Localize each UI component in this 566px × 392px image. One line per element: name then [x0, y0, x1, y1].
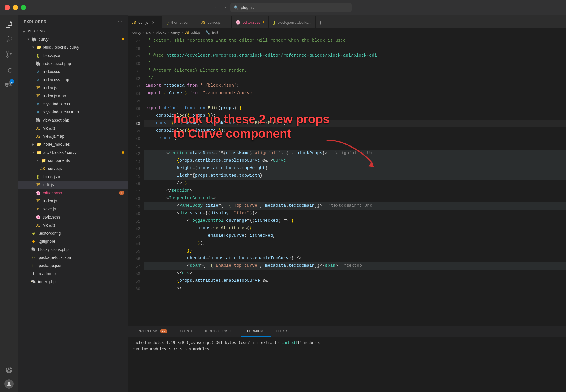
- sidebar-item-node-modules[interactable]: ▶ 📁 node_modules: [18, 140, 128, 148]
- sidebar-item-components[interactable]: ▼ 📁 components: [18, 156, 128, 165]
- tab-editor-scss[interactable]: 🌸 editor.scss 1: [232, 16, 269, 28]
- tab-theme-json[interactable]: {} theme.json: [162, 16, 197, 28]
- panel-tab-ports[interactable]: PORTS: [271, 326, 294, 337]
- panel-tabs: PROBLEMS 47 OUTPUT DEBUG CONSOLE TERMINA…: [128, 326, 566, 337]
- chevron-icon: ▶: [21, 29, 27, 34]
- sidebar-item-package-lock-json[interactable]: {} package-lock.json: [18, 253, 128, 262]
- sidebar-item-style-scss[interactable]: 🌸 style.scss: [18, 213, 128, 221]
- sidebar-item-index-php[interactable]: 🐘 index.php: [18, 278, 128, 286]
- activity-remote[interactable]: [2, 363, 16, 377]
- panel-tab-terminal[interactable]: TERMINAL: [241, 326, 271, 337]
- activity-source-control[interactable]: [2, 47, 16, 61]
- code-line-49: <PanelBody title={__("Top curve", metada…: [144, 202, 566, 210]
- activity-search[interactable]: [2, 32, 16, 46]
- sidebar-item-style-index-css[interactable]: # style-index.css: [18, 100, 128, 108]
- ln-28: 28: [128, 45, 140, 53]
- edit-js-icon: JS: [35, 182, 41, 188]
- ln-48: 48: [128, 195, 140, 203]
- activity-extensions[interactable]: 1: [2, 77, 16, 91]
- sidebar-item-src-blocks-curvy[interactable]: ▼ 📁 src / blocks / curvy: [18, 148, 128, 156]
- sidebar-item-index-css-map[interactable]: # index.css.map: [18, 76, 128, 84]
- ln-45: 45: [128, 173, 140, 180]
- ln-46: 46: [128, 180, 140, 188]
- back-arrow[interactable]: ←: [214, 5, 219, 11]
- activity-bottom: [2, 363, 16, 389]
- sidebar-item-curvy[interactable]: ▼ 🐘 curvy: [18, 35, 128, 43]
- activity-run[interactable]: [2, 62, 16, 76]
- code-line-57: <span>{__("Enable top curve", metadata.t…: [144, 262, 566, 270]
- activity-explorer[interactable]: [2, 17, 16, 31]
- tab-curve-js[interactable]: JS curve.js: [197, 16, 232, 28]
- sidebar-item-editorconfig[interactable]: ⚙ .editorconfig: [18, 229, 128, 237]
- code-line-31: * @return {Element} Element to render.: [144, 67, 566, 74]
- bc-sep2: ›: [153, 30, 154, 35]
- tab-theme-json-icon: {}: [166, 20, 169, 25]
- sidebar-item-editor-scss[interactable]: 🌸 editor.scss 1: [18, 189, 128, 197]
- panel-tab-output[interactable]: OUTPUT: [172, 326, 198, 337]
- ln-29: 29: [128, 53, 140, 60]
- tab-curve-js-icon: JS: [201, 20, 205, 25]
- sidebar-item-gitignore[interactable]: ◆ .gitignore: [18, 237, 128, 245]
- close-button[interactable]: [5, 5, 10, 10]
- minimize-button[interactable]: [13, 5, 18, 10]
- sidebar-item-readme-txt[interactable]: ℹ readme.txt: [18, 270, 128, 278]
- code-content[interactable]: * editor. This represents what the edito…: [144, 37, 566, 326]
- sidebar-actions[interactable]: ···: [118, 19, 122, 24]
- bc-edit-js[interactable]: edit.js: [191, 30, 201, 35]
- tab-curve-js-label: curve.js: [208, 20, 221, 25]
- bc-curvy[interactable]: curvy: [132, 30, 141, 35]
- tab-edit-js[interactable]: JS edit.js ✕: [128, 16, 162, 28]
- bc-curvy2[interactable]: curvy: [171, 30, 180, 35]
- sidebar-item-index-js[interactable]: JS index.js: [18, 84, 128, 92]
- sidebar-item-block-json-src[interactable]: {} block.json: [18, 173, 128, 181]
- panel-tab-debug[interactable]: DEBUG CONSOLE: [198, 326, 241, 337]
- sidebar-item-block-json[interactable]: {} block.json: [18, 51, 128, 59]
- bc-blocks[interactable]: blocks: [156, 30, 166, 35]
- tab-block-json-label: block.json .../build/...: [278, 20, 312, 25]
- maximize-button[interactable]: [21, 5, 26, 10]
- search-bar[interactable]: 🔍 plugins: [230, 3, 352, 12]
- block-json-label: block.json: [43, 53, 61, 58]
- avatar[interactable]: [4, 379, 14, 389]
- sidebar-item-package-json[interactable]: {} package.json: [18, 262, 128, 270]
- sidebar-item-index-asset-php[interactable]: 🐘 index.asset.php: [18, 59, 128, 68]
- json-icon: {}: [35, 53, 41, 58]
- code-line-46: /> }: [144, 180, 566, 187]
- sidebar-item-view-asset-php[interactable]: 🐘 view.asset.php: [18, 116, 128, 124]
- sidebar-item-edit-js[interactable]: JS edit.js: [18, 181, 128, 189]
- index-php-icon: 🐘: [31, 279, 36, 285]
- sidebar-item-view-js[interactable]: JS view.js: [18, 124, 128, 132]
- main-container: 1 EXPLORER ··· ▶ PLUGINS ▼ 🐘: [0, 15, 566, 392]
- sidebar-item-view-js-map[interactable]: JS view.js.map: [18, 132, 128, 140]
- sidebar-item-blockylicious-php[interactable]: 🐘 blockylicious.php: [18, 245, 128, 253]
- panel-tab-problems[interactable]: PROBLEMS 47: [132, 326, 172, 337]
- plugins-section[interactable]: ▶ PLUGINS: [18, 27, 128, 35]
- sidebar-item-curve-js[interactable]: JS curve.js: [18, 165, 128, 173]
- ln-60: 60: [128, 285, 140, 293]
- sidebar-item-index-css[interactable]: # index.css: [18, 68, 128, 76]
- sidebar-item-style-index-css-map[interactable]: # style-index.css.map: [18, 108, 128, 116]
- sidebar-item-index-js-map[interactable]: JS index.js.map: [18, 92, 128, 100]
- tab-block-json[interactable]: {} block.json .../build/...: [269, 16, 316, 28]
- bc-edit-fn[interactable]: Edit: [212, 30, 218, 35]
- chevron-down-src: ▼: [31, 150, 36, 155]
- code-line-58: </div>: [144, 270, 566, 277]
- forward-arrow[interactable]: →: [222, 5, 227, 11]
- blockylicious-label: blockylicious.php: [38, 247, 69, 252]
- gitignore-label: .gitignore: [39, 239, 55, 244]
- code-line-44: height={props.attributes.topHeight}: [144, 165, 566, 172]
- sidebar-item-save-js[interactable]: JS save.js: [18, 205, 128, 213]
- code-editor[interactable]: 27 28 29 30 31 32 33 34 35 36 37 38 39 4…: [128, 37, 566, 326]
- tab-extra[interactable]: {: [316, 16, 327, 28]
- package-json-icon: {}: [31, 263, 36, 268]
- tab-edit-js-close[interactable]: ✕: [152, 20, 155, 25]
- code-line-52: props.setAttributes({: [144, 225, 566, 232]
- style-css-icon: #: [35, 101, 41, 107]
- index-js-src-label: index.js: [43, 199, 57, 203]
- sidebar-item-view-js-src[interactable]: JS view.js: [18, 221, 128, 229]
- bc-src[interactable]: src: [146, 30, 151, 35]
- sidebar-item-index-js-src[interactable]: JS index.js: [18, 197, 128, 205]
- sidebar-item-build-blocks-curvy[interactable]: ▼ 📁 build / blocks / curvy: [18, 43, 128, 51]
- package-lock-icon: {}: [31, 255, 36, 260]
- js-map-icon: JS: [35, 93, 41, 99]
